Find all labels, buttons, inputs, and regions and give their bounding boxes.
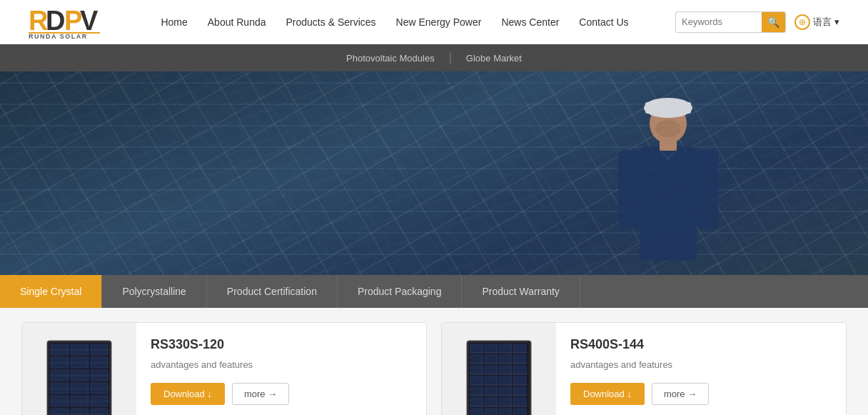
- product-image-area-1: [22, 323, 136, 415]
- nav-products[interactable]: Products & Services: [286, 16, 376, 28]
- page-header: R D P V RUNDA SOLAR Home About Runda Pro…: [0, 0, 868, 44]
- nav-contact[interactable]: Contact Us: [579, 16, 628, 28]
- sub-nav-photovoltaic[interactable]: Photovoltaic Modules: [332, 53, 449, 64]
- svg-rect-29: [91, 357, 108, 368]
- globe-icon: ⊕: [794, 14, 810, 30]
- svg-text:D: D: [46, 6, 65, 36]
- product-description-1: advantages and features: [151, 359, 412, 370]
- svg-rect-70: [485, 387, 497, 396]
- svg-rect-31: [71, 370, 88, 381]
- svg-rect-62: [485, 366, 497, 374]
- product-name-2: RS400S-144: [570, 337, 832, 352]
- download-button-1[interactable]: Download ↓: [151, 383, 225, 405]
- svg-rect-71: [499, 387, 511, 396]
- nav-new-energy[interactable]: New Energy Power: [396, 16, 482, 28]
- search-input[interactable]: [676, 16, 762, 27]
- search-icon: 🔍: [767, 16, 779, 28]
- svg-rect-63: [499, 366, 511, 374]
- svg-rect-24: [51, 344, 68, 355]
- svg-rect-61: [470, 366, 483, 374]
- svg-rect-13: [618, 150, 641, 229]
- svg-rect-67: [499, 376, 511, 385]
- svg-rect-12: [640, 146, 697, 261]
- svg-rect-27: [51, 357, 68, 368]
- svg-rect-35: [91, 383, 108, 394]
- svg-rect-59: [499, 355, 511, 364]
- svg-rect-79: [499, 409, 511, 415]
- more-button-2[interactable]: more →: [652, 383, 709, 405]
- svg-rect-72: [513, 387, 526, 396]
- sub-nav-globe-market[interactable]: Globe Market: [452, 53, 536, 64]
- main-nav: Home About Runda Products & Services New…: [161, 16, 628, 28]
- tab-product-warranty[interactable]: Product Warranty: [462, 275, 580, 308]
- svg-rect-18: [645, 102, 691, 114]
- svg-rect-73: [470, 398, 483, 406]
- product-description-2: advantages and features: [570, 359, 832, 370]
- tab-polycrystalline[interactable]: Polycrystalline: [102, 275, 206, 308]
- svg-rect-39: [51, 409, 68, 415]
- hero-banner: [0, 71, 868, 275]
- svg-rect-64: [513, 366, 526, 374]
- svg-rect-77: [470, 409, 483, 415]
- svg-rect-68: [513, 376, 526, 385]
- nav-home[interactable]: Home: [161, 16, 187, 28]
- svg-rect-54: [485, 344, 497, 353]
- product-actions-2: Download ↓ more →: [570, 383, 832, 405]
- product-name-1: RS330S-120: [151, 337, 412, 352]
- download-button-2[interactable]: Download ↓: [570, 383, 645, 405]
- svg-rect-14: [695, 150, 718, 229]
- svg-rect-28: [71, 357, 88, 368]
- language-selector[interactable]: ⊕ 语言 ▾: [794, 14, 839, 30]
- svg-point-19: [655, 120, 681, 137]
- svg-rect-33: [51, 383, 68, 394]
- chevron-down-icon: ▾: [834, 16, 839, 27]
- svg-rect-37: [71, 396, 88, 406]
- svg-rect-40: [71, 409, 88, 415]
- svg-rect-69: [470, 387, 483, 396]
- more-button-1[interactable]: more →: [232, 383, 289, 405]
- svg-rect-65: [470, 376, 483, 385]
- product-tabs: Single Crystal Polycrystalline Product C…: [0, 275, 868, 308]
- product-card-1: RS330S-120 advantages and features Downl…: [21, 322, 427, 415]
- svg-rect-66: [485, 376, 497, 385]
- sub-navigation: Photovoltaic Modules | Globe Market: [0, 44, 868, 71]
- svg-text:RUNDA SOLAR: RUNDA SOLAR: [29, 33, 88, 39]
- product-card-2: RS400S-144 advantages and features Downl…: [441, 322, 847, 415]
- svg-text:V: V: [80, 6, 99, 36]
- product-info-2: RS400S-144 advantages and features Downl…: [556, 323, 846, 415]
- hero-person-figure: [597, 75, 740, 275]
- product-info-1: RS330S-120 advantages and features Downl…: [136, 323, 426, 415]
- product-image-2: [463, 337, 535, 415]
- svg-rect-78: [485, 409, 497, 415]
- svg-rect-75: [499, 398, 511, 406]
- svg-rect-36: [51, 396, 68, 406]
- product-actions-1: Download ↓ more →: [151, 383, 412, 405]
- svg-rect-38: [91, 396, 108, 406]
- svg-rect-34: [71, 383, 88, 394]
- svg-rect-30: [51, 370, 68, 381]
- logo[interactable]: R D P V RUNDA SOLAR: [29, 4, 114, 40]
- tab-single-crystal[interactable]: Single Crystal: [0, 275, 102, 308]
- svg-rect-32: [91, 370, 108, 381]
- svg-rect-57: [470, 355, 483, 364]
- svg-rect-60: [513, 355, 526, 364]
- product-image-area-2: [442, 323, 556, 415]
- svg-rect-56: [513, 344, 526, 353]
- nav-about[interactable]: About Runda: [208, 16, 266, 28]
- logo-text: R D P V RUNDA SOLAR: [29, 3, 114, 41]
- search-button[interactable]: 🔍: [762, 11, 785, 33]
- svg-rect-25: [71, 344, 88, 355]
- nav-news[interactable]: News Center: [501, 16, 559, 28]
- svg-rect-53: [470, 344, 483, 353]
- search-box: 🔍: [675, 11, 786, 33]
- svg-rect-55: [499, 344, 511, 353]
- tab-product-packaging[interactable]: Product Packaging: [338, 275, 463, 308]
- svg-rect-26: [91, 344, 108, 355]
- products-section: RS330S-120 advantages and features Downl…: [0, 308, 868, 415]
- product-image-1: [44, 337, 115, 415]
- tab-product-certification[interactable]: Product Certification: [207, 275, 338, 308]
- svg-rect-76: [513, 398, 526, 406]
- svg-rect-41: [91, 409, 108, 415]
- lang-text: 语言: [813, 16, 832, 29]
- svg-rect-58: [485, 355, 497, 364]
